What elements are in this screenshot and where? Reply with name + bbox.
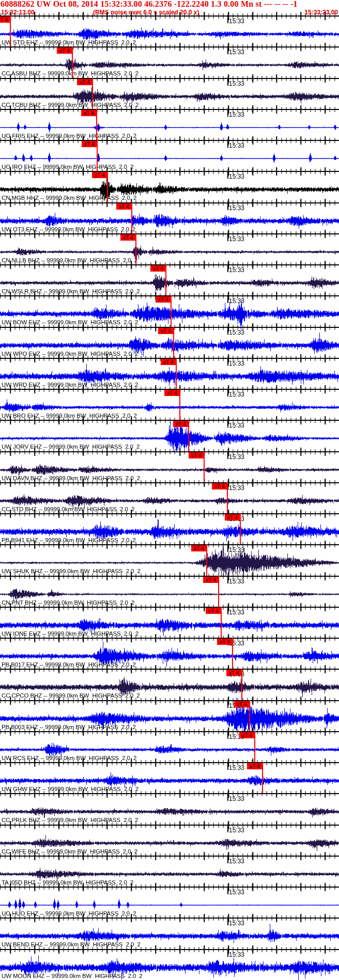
- band-separator-line: [0, 482, 339, 483]
- phase-pick-flag[interactable]: xT 4: [164, 390, 180, 396]
- band-separator-line: [0, 607, 339, 608]
- band-separator-line: [0, 949, 339, 950]
- minute-tick: [227, 421, 228, 428]
- phase-pick-flag[interactable]: xT 4: [189, 452, 204, 459]
- station-channel-label[interactable]: CN MGB HHZ -- 99999.0km BW HIGHPASS 2.0 …: [2, 195, 136, 201]
- station-channel-label[interactable]: CC PRLK BHZ -- 99999.0km BW HIGHPASS 2.0…: [2, 817, 138, 823]
- phase-pick-flag[interactable]: xT 4: [239, 732, 255, 738]
- minute-tick: [227, 234, 228, 241]
- minute-time-label: 15:33: [229, 951, 244, 958]
- band-separator-line: [0, 171, 339, 172]
- station-channel-label[interactable]: CC WIFE BHZ -- 99999.0km BW HIGHPASS 2.0…: [2, 848, 137, 855]
- phase-pick-flag[interactable]: xT 4: [150, 265, 166, 272]
- trace-band-uw-moon-ehz[interactable]: 15:33 UW MOON EHZ -- 99999.0km BW HIGHPA…: [0, 949, 339, 980]
- minute-tick: [227, 857, 228, 863]
- station-channel-label[interactable]: UW DAVN BHZ -- 99999.0km BW HIGHPASS 2.0…: [2, 475, 140, 481]
- station-channel-label[interactable]: UW JORV EHZ -- 99999.0km BW HIGHPASS 2.0…: [2, 444, 140, 450]
- station-channel-label[interactable]: CN PNT BHZ -- 99999.0km BW HIGHPASS 2.0 …: [2, 599, 134, 606]
- band-separator-line: [0, 793, 339, 794]
- minute-tick: [227, 359, 228, 366]
- band-separator-line: [0, 825, 339, 826]
- minute-time-label: 15:33: [229, 795, 244, 802]
- station-channel-label[interactable]: UO IRO EHZ -- 99999.0km BW HIGHPASS 2.0 …: [2, 164, 134, 170]
- station-channel-label[interactable]: UW IONE EHZ -- 99999.0km BW HIGHPASS 2.0…: [2, 630, 138, 637]
- phase-pick-flag[interactable]: xT 4: [77, 79, 93, 85]
- phase-pick-flag[interactable]: xT 4: [203, 577, 219, 583]
- station-channel-label[interactable]: UO FRIS EHZ -- 99999.0km BW HIGHPASS 2.0…: [2, 133, 136, 139]
- minute-tick: [227, 452, 228, 459]
- station-channel-label[interactable]: UW OT3 EHZ -- 99999.0km BW HIGHPASS 2.0 …: [2, 226, 135, 232]
- phase-pick-flag[interactable]: xT 4: [191, 545, 207, 551]
- station-channel-label[interactable]: PB B017 EHZ -- 99999.0km BW HIGHPASS 2.0…: [2, 661, 136, 668]
- station-channel-label[interactable]: UW WPO EHZ -- 99999.0km BW HIGHPASS 2.0 …: [2, 351, 138, 357]
- station-channel-label[interactable]: TA I05D BHZ -- 99999.0km BW HIGHPASS 2.0…: [2, 879, 133, 886]
- station-channel-label[interactable]: PB B941 EHZ -- 99999.0km BW HIGHPASS 2.0…: [2, 537, 136, 543]
- phase-pick-flag[interactable]: xT 4: [57, 48, 72, 54]
- phase-pick-flag[interactable]: xT 4: [0, 17, 10, 23]
- station-channel-label[interactable]: UW BEND EHZ -- 99999.0km BW HIGHPASS 2.0…: [2, 941, 141, 947]
- phase-pick-flag[interactable]: xT 4: [173, 421, 189, 427]
- phase-pick-flag[interactable]: xT 4: [82, 141, 97, 147]
- minute-time-label: 15:33: [229, 422, 244, 429]
- phase-pick-flag[interactable]: xT 4: [225, 514, 240, 520]
- band-separator-line: [0, 731, 339, 732]
- station-channel-label[interactable]: UW STD EHZ -- 99999.0km BW HIGHPASS 2.0 …: [2, 39, 136, 45]
- station-channel-label[interactable]: CC CPCO BHZ -- 99999.0km BW HIGHPASS 2.0…: [2, 692, 140, 699]
- phase-pick-flag[interactable]: xT 4: [161, 359, 176, 365]
- minute-tick: [227, 48, 228, 54]
- minute-tick: [227, 17, 228, 23]
- station-channel-label[interactable]: CC ASBU BHZ -- 99999.0km BW HIGHPASS 2.0…: [2, 70, 138, 76]
- station-channel-label[interactable]: CC TCBU BHZ -- 99999.0km BW HIGHPASS 2.0…: [2, 102, 138, 108]
- station-channel-label[interactable]: CC STD BHZ -- 99999.0km BW HIGHPASS 2.0 …: [2, 506, 134, 512]
- band-separator-line: [0, 700, 339, 701]
- minute-time-label: 15:33: [229, 453, 244, 461]
- minute-tick: [227, 826, 228, 832]
- minute-time-label: 15:33: [229, 578, 244, 585]
- phase-pick-flag[interactable]: xT 4: [212, 483, 227, 489]
- minute-time-label: 15:33: [229, 889, 244, 896]
- phase-pick-flag[interactable]: xT 4: [92, 172, 107, 178]
- band-separator-line: [0, 420, 339, 421]
- minute-time-label: 15:33: [229, 49, 244, 56]
- station-channel-label[interactable]: PB B003 EHZ -- 99999.0km BW HIGHPASS 2.0…: [2, 724, 136, 730]
- minute-time-label: 15:33: [229, 80, 244, 87]
- phase-pick-flag[interactable]: xT 4: [156, 296, 171, 303]
- band-separator-line: [0, 544, 339, 545]
- station-channel-label[interactable]: CN WSLR BHZ -- 99999.0km BW HIGHPASS 2.0…: [2, 288, 140, 294]
- minute-tick: [227, 701, 228, 708]
- phase-pick-flag[interactable]: xT 4: [234, 701, 250, 707]
- band-separator-line: [0, 202, 339, 203]
- phase-pick-flag[interactable]: xT 4: [116, 203, 132, 210]
- phase-pick-flag[interactable]: xT 4: [226, 670, 242, 676]
- station-channel-label[interactable]: UW BOW EHZ -- 99999.0km BW HIGHPASS 2.0 …: [2, 319, 138, 325]
- station-channel-label[interactable]: UW RCS EHZ -- 99999.0km BW HIGHPASS 2.0 …: [2, 755, 136, 761]
- station-channel-label[interactable]: CN NLLB BHZ -- 99999.0km BW HIGHPASS 2.0…: [2, 257, 137, 263]
- minute-time-label: 15:33: [229, 142, 244, 149]
- station-channel-label[interactable]: UW MOON EHZ -- 99999.0km BW HIGHPASS 2.0…: [2, 973, 143, 979]
- minute-tick: [227, 794, 228, 801]
- band-separator-line: [0, 856, 339, 857]
- station-channel-label[interactable]: UW BRO EHZ -- 99999.0km BW HIGHPASS 2.0 …: [2, 413, 137, 419]
- band-separator-line: [0, 46, 339, 48]
- phase-pick-flag[interactable]: xT 4: [158, 328, 174, 334]
- phase-pick-flag[interactable]: xT 4: [120, 234, 136, 241]
- phase-pick-flag[interactable]: xT 4: [206, 608, 221, 614]
- minute-tick: [227, 608, 228, 614]
- minute-tick: [227, 110, 228, 117]
- band-separator-line: [0, 576, 339, 577]
- minute-tick: [227, 763, 228, 770]
- band-separator-line: [0, 638, 339, 639]
- phase-pick-flag[interactable]: xT 4: [81, 110, 97, 116]
- phase-pick-flag[interactable]: xT 4: [247, 763, 263, 769]
- station-channel-label[interactable]: UW WRD EHZ -- 99999.0km BW HIGHPASS 2.0 …: [2, 382, 138, 388]
- station-channel-label[interactable]: UW GHW EHZ -- 99999.0km BW HIGHPASS 2.0 …: [2, 786, 138, 792]
- station-channel-label[interactable]: UO HUO EHZ -- 99999.0km BW HIGHPASS 2.0 …: [2, 910, 136, 916]
- minute-time-label: 15:33: [229, 18, 244, 25]
- seismogram-trace-list: 15:33 UW STD EHZ -- 99999.0km BW HIGHPAS…: [0, 15, 339, 980]
- minute-tick: [227, 919, 228, 925]
- station-channel-label[interactable]: UW SHUK BHZ -- 99999.0km BW HIGHPASS 2.0…: [2, 568, 141, 574]
- phase-pick-flag[interactable]: xT 4: [217, 639, 233, 645]
- minute-time-label: 15:33: [229, 391, 244, 398]
- minute-tick: [227, 296, 228, 303]
- band-separator-line: [0, 15, 339, 17]
